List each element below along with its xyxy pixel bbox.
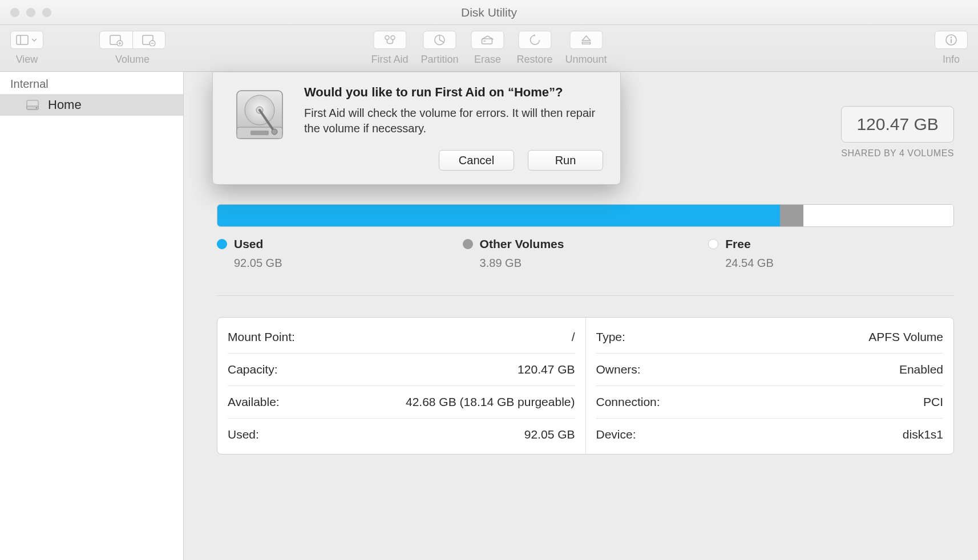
detail-row: Type: APFS Volume: [596, 321, 944, 354]
detail-row: Used: 92.05 GB: [228, 419, 575, 451]
detail-label: Connection:: [596, 395, 660, 409]
svg-rect-16: [582, 42, 590, 44]
details-col-right: Type: APFS Volume Owners: Enabled Connec…: [586, 318, 954, 454]
detail-row: Mount Point: /: [228, 321, 575, 354]
toolbar-first-aid-group: First Aid: [371, 31, 408, 66]
svg-rect-14: [482, 39, 492, 44]
usage-segment-free: [803, 205, 953, 226]
toolbar-erase-group: Erase: [471, 31, 504, 66]
unmount-button[interactable]: [569, 31, 603, 49]
legend-other-value: 3.89 GB: [480, 257, 709, 270]
toolbar-volume-group: Volume: [99, 31, 165, 66]
capacity-value: 120.47 GB: [841, 106, 954, 143]
svg-point-18: [951, 36, 952, 38]
detail-value: 120.47 GB: [518, 363, 575, 376]
toolbar-restore-group: Restore: [516, 31, 552, 66]
toolbar-unmount-label: Unmount: [565, 54, 607, 66]
detail-value: APFS Volume: [868, 330, 943, 344]
dialog-buttons: Cancel Run: [304, 150, 603, 171]
run-button[interactable]: Run: [528, 150, 603, 171]
info-button[interactable]: [935, 31, 968, 49]
svg-line-13: [439, 40, 443, 42]
close-window-button[interactable]: [10, 8, 19, 17]
disk-icon: [25, 98, 40, 112]
svg-point-28: [272, 129, 277, 135]
legend-used-value: 92.05 GB: [234, 257, 463, 270]
legend-used-label: Used: [234, 237, 263, 251]
sidebar-header: Internal: [0, 72, 183, 94]
legend-used: Used 92.05 GB: [217, 237, 463, 270]
toolbar-restore-label: Restore: [516, 54, 552, 66]
legend-swatch-free: [708, 239, 718, 249]
svg-rect-0: [17, 35, 28, 44]
divider: [217, 295, 954, 296]
detail-value: PCI: [923, 395, 943, 409]
usage-segment-used: [217, 205, 780, 226]
minimize-window-button[interactable]: [26, 8, 35, 17]
capacity-subtitle: SHARED BY 4 VOLUMES: [841, 148, 954, 159]
legend-free-value: 24.54 GB: [725, 257, 954, 270]
cancel-button[interactable]: Cancel: [439, 150, 514, 171]
legend-swatch-other: [463, 239, 473, 249]
detail-value: /: [572, 330, 575, 344]
first-aid-button[interactable]: [373, 31, 406, 49]
detail-label: Capacity:: [228, 363, 278, 376]
toolbar-first-aid-label: First Aid: [371, 54, 408, 66]
toolbar-info-label: Info: [943, 54, 960, 66]
erase-button[interactable]: [471, 31, 504, 49]
toolbar-view-label: View: [16, 54, 38, 66]
add-volume-button[interactable]: [99, 31, 132, 49]
svg-point-22: [36, 107, 37, 108]
detail-row: Available: 42.68 GB (18.14 GB purgeable): [228, 386, 575, 419]
detail-row: Connection: PCI: [596, 386, 944, 419]
hard-drive-icon: [230, 85, 289, 171]
detail-value: 92.05 GB: [524, 428, 575, 441]
capacity-box: 120.47 GB SHARED BY 4 VOLUMES: [841, 106, 954, 159]
remove-volume-button[interactable]: [132, 31, 165, 49]
legend-other-label: Other Volumes: [480, 237, 564, 251]
usage-segment-other: [780, 205, 803, 226]
svg-point-9: [385, 36, 389, 40]
sidebar-item-label: Home: [48, 98, 82, 112]
svg-point-10: [390, 36, 394, 40]
detail-value: Enabled: [899, 363, 943, 376]
toolbar-erase-label: Erase: [474, 54, 501, 66]
restore-button[interactable]: [518, 31, 551, 49]
dialog-title: Would you like to run First Aid on “Home…: [304, 85, 603, 100]
detail-label: Mount Point:: [228, 330, 295, 344]
view-button[interactable]: [10, 31, 43, 49]
toolbar-partition-group: Partition: [421, 31, 458, 66]
usage-area: Used 92.05 GB Other Volumes 3.89 GB Free: [217, 204, 954, 270]
partition-button[interactable]: [423, 31, 456, 49]
toolbar-info-group: Info: [935, 31, 968, 66]
toolbar: View Volume First Aid Partition: [0, 25, 978, 72]
detail-label: Device:: [596, 428, 636, 441]
legend-swatch-used: [217, 239, 227, 249]
dialog-text: First Aid will check the volume for erro…: [304, 105, 603, 136]
legend-free-label: Free: [725, 237, 750, 251]
usage-legend: Used 92.05 GB Other Volumes 3.89 GB Free: [217, 237, 954, 270]
sidebar: Internal Home: [0, 72, 184, 560]
detail-label: Owners:: [596, 363, 641, 376]
details-col-left: Mount Point: / Capacity: 120.47 GB Avail…: [217, 318, 586, 454]
detail-row: Owners: Enabled: [596, 354, 944, 386]
detail-label: Type:: [596, 330, 625, 344]
legend-other: Other Volumes 3.89 GB: [463, 237, 709, 270]
dialog-body: Would you like to run First Aid on “Home…: [304, 85, 603, 171]
details-panel: Mount Point: / Capacity: 120.47 GB Avail…: [217, 317, 954, 455]
detail-value: disk1s1: [903, 428, 943, 441]
detail-label: Used:: [228, 428, 259, 441]
sidebar-item-home[interactable]: Home: [0, 94, 183, 116]
toolbar-partition-label: Partition: [421, 54, 458, 66]
svg-rect-19: [951, 39, 952, 43]
detail-value: 42.68 GB (18.14 GB purgeable): [406, 395, 575, 409]
svg-rect-27: [250, 131, 269, 135]
usage-bar: [217, 204, 954, 227]
detail-row: Device: disk1s1: [596, 419, 944, 451]
toolbar-unmount-group: Unmount: [565, 31, 607, 66]
legend-free: Free 24.54 GB: [708, 237, 954, 270]
window-controls: [10, 8, 51, 17]
window-title: Disk Utility: [0, 6, 978, 19]
zoom-window-button[interactable]: [42, 8, 51, 17]
toolbar-volume-label: Volume: [115, 54, 149, 66]
